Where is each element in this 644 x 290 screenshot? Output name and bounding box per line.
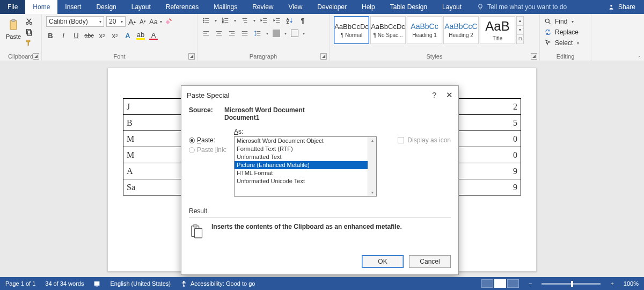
text-effects-button[interactable]: A <box>123 31 132 40</box>
font-size-combo[interactable]: 20▾ <box>106 16 126 27</box>
style--normal[interactable]: AaBbCcDc¶ Normal <box>334 16 369 44</box>
format-painter-icon[interactable] <box>25 39 33 47</box>
style-heading-2[interactable]: AaBbCcCHeading 2 <box>443 16 479 44</box>
zoom-out-icon[interactable]: − <box>529 280 532 287</box>
align-right-icon[interactable] <box>228 29 236 38</box>
as-option[interactable]: Formatted Text (RTF) <box>235 145 376 153</box>
grow-font-icon[interactable]: A▴ <box>128 17 136 26</box>
tab-design[interactable]: Design <box>89 0 123 14</box>
bullets-icon[interactable] <box>202 16 210 25</box>
as-option[interactable]: HTML Format <box>235 169 376 177</box>
highlight-button[interactable]: ab <box>136 31 145 40</box>
spellcheck-icon[interactable] <box>93 280 100 287</box>
strike-button[interactable]: abc <box>85 31 93 40</box>
style--no-spac-[interactable]: AaBbCcDc¶ No Spac... <box>370 16 406 44</box>
status-words[interactable]: 34 of 34 words <box>45 280 84 287</box>
tab-help[interactable]: Help <box>354 0 383 14</box>
web-layout-icon[interactable] <box>507 279 519 288</box>
font-name-combo[interactable]: Calibri (Body)▾ <box>46 16 104 27</box>
view-buttons[interactable] <box>481 279 519 288</box>
tell-me-search[interactable]: Tell me what you want to do <box>477 3 608 11</box>
tab-table-design[interactable]: Table Design <box>383 0 435 14</box>
as-option[interactable]: Unformatted Text <box>235 153 376 161</box>
find-button[interactable]: Find▾ <box>544 16 587 27</box>
svg-rect-18 <box>195 228 202 238</box>
tab-layout[interactable]: Layout <box>124 0 158 14</box>
select-button[interactable]: Select▾ <box>544 38 587 48</box>
borders-icon[interactable] <box>291 30 298 37</box>
clipboard-launcher[interactable]: ◢ <box>33 53 39 60</box>
help-icon[interactable]: ? <box>432 91 436 99</box>
as-option[interactable]: Microsoft Word Document Object <box>235 137 376 145</box>
tab-home[interactable]: Home <box>25 0 57 14</box>
paste-radio[interactable]: Paste: <box>189 136 228 144</box>
tell-me-text: Tell me what you want to do <box>487 3 567 11</box>
replace-button[interactable]: Replace <box>544 27 587 38</box>
radio-on-icon <box>189 137 195 143</box>
listbox-scrollbar[interactable]: ▴▾ <box>368 137 376 196</box>
result-text: Inserts the contents of the Clipboard as… <box>211 223 402 230</box>
cancel-button[interactable]: Cancel <box>409 255 451 268</box>
close-icon[interactable]: ✕ <box>446 90 453 100</box>
line-spacing-icon[interactable] <box>253 29 262 38</box>
zoom-in-icon[interactable]: + <box>610 280 613 287</box>
tab-developer[interactable]: Developer <box>310 0 354 14</box>
style-title[interactable]: AaBTitle <box>480 16 515 44</box>
tab-references[interactable]: References <box>158 0 206 14</box>
tab-file[interactable]: File <box>0 0 25 14</box>
svg-rect-19 <box>95 281 100 285</box>
tab-insert[interactable]: Insert <box>57 0 89 14</box>
status-zoom[interactable]: 100% <box>624 280 639 287</box>
tab-mailings[interactable]: Mailings <box>206 0 245 14</box>
tab-view[interactable]: View <box>281 0 310 14</box>
align-left-icon[interactable] <box>202 29 210 38</box>
svg-point-8 <box>203 20 204 21</box>
show-marks-icon[interactable]: ¶ <box>298 16 307 25</box>
styles-more[interactable]: ▴▾⊟ <box>516 16 524 44</box>
numbering-icon[interactable]: 123 <box>221 16 230 25</box>
change-case-icon[interactable]: Aa <box>149 17 158 26</box>
read-mode-icon[interactable] <box>481 279 493 288</box>
source-value-2: Document1 <box>224 114 259 121</box>
svg-point-20 <box>183 281 184 282</box>
status-language[interactable]: English (United States) <box>110 280 171 287</box>
copy-icon[interactable] <box>25 28 33 37</box>
ok-button[interactable]: OK <box>362 255 404 268</box>
status-accessibility[interactable]: Accessibility: Good to go <box>180 280 255 287</box>
tab-table-layout[interactable]: Layout <box>435 0 469 14</box>
shrink-font-icon[interactable]: A▾ <box>138 17 147 26</box>
as-option[interactable]: Unformatted Unicode Text <box>235 177 376 185</box>
zoom-slider[interactable] <box>541 283 601 285</box>
italic-button[interactable]: I <box>59 31 68 40</box>
underline-button[interactable]: U <box>72 31 80 40</box>
shading-icon[interactable] <box>273 30 280 37</box>
font-color-button[interactable]: A <box>149 31 158 40</box>
group-editing: Find▾ Replace Select▾ Editing <box>540 14 591 61</box>
justify-icon[interactable] <box>240 29 249 38</box>
clear-format-icon[interactable] <box>164 17 173 26</box>
multilevel-icon[interactable] <box>240 16 249 25</box>
align-center-icon[interactable] <box>215 29 223 38</box>
styles-launcher[interactable]: ◢ <box>531 53 537 60</box>
font-launcher[interactable]: ◢ <box>188 53 195 60</box>
bold-button[interactable]: B <box>46 31 55 40</box>
as-listbox[interactable]: Microsoft Word Document ObjectFormatted … <box>234 136 377 197</box>
share-button[interactable]: Share <box>608 3 635 11</box>
as-option[interactable]: Picture (Enhanced Metafile) <box>235 161 376 169</box>
superscript-button[interactable]: x2 <box>111 31 119 40</box>
group-clipboard: Paste Clipboard ◢ <box>0 14 42 61</box>
paste-button[interactable]: Paste <box>4 16 23 45</box>
decrease-indent-icon[interactable] <box>260 16 268 25</box>
paragraph-launcher[interactable]: ◢ <box>320 53 327 60</box>
tab-review[interactable]: Review <box>245 0 281 14</box>
status-page[interactable]: Page 1 of 1 <box>5 280 35 287</box>
share-icon <box>608 3 615 11</box>
cut-icon[interactable] <box>25 17 33 26</box>
print-layout-icon[interactable] <box>494 279 506 288</box>
collapse-ribbon-icon[interactable]: ˄ <box>638 55 641 61</box>
increase-indent-icon[interactable] <box>273 16 281 25</box>
subscript-button[interactable]: x2 <box>98 31 106 40</box>
style-heading-1[interactable]: AaBbCcHeading 1 <box>407 16 442 44</box>
result-clipboard-icon <box>189 223 204 239</box>
sort-icon[interactable]: AZ <box>286 16 294 25</box>
